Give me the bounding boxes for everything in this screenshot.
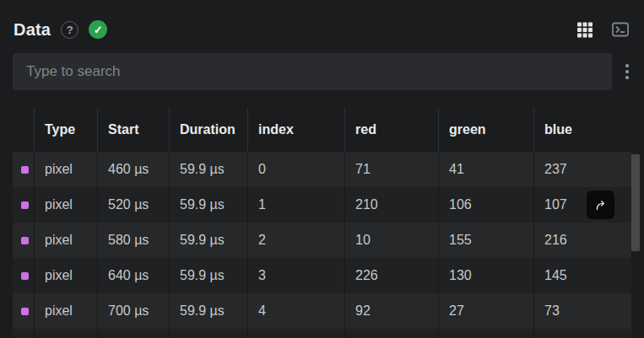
cell-type: pixel — [34, 187, 97, 223]
kebab-menu-icon[interactable] — [615, 59, 639, 84]
column-header-icon[interactable] — [13, 108, 34, 152]
cell-index: 3 — [247, 258, 344, 293]
cell-red: 226 — [344, 258, 438, 293]
cell-duration: 59.9 µs — [169, 258, 247, 293]
cell-red: 10 — [344, 223, 438, 258]
column-header-type[interactable]: Type — [34, 108, 97, 152]
terminal-icon — [610, 19, 630, 40]
scrollbar-thumb[interactable] — [631, 154, 640, 251]
column-header-index[interactable]: index — [247, 108, 344, 152]
help-icon[interactable]: ? — [61, 21, 78, 39]
cell-empty — [247, 329, 344, 338]
cell-swatch — [13, 293, 34, 329]
cell-red: 92 — [344, 293, 438, 329]
panel-header: Data ? ✓ — [0, 0, 644, 47]
title-group: Data ? ✓ — [14, 20, 107, 40]
table-body: pixel460 µs59.9 µs07141237pixel520 µs59.… — [13, 152, 640, 338]
page-title: Data — [14, 20, 51, 40]
column-header-start[interactable]: Start — [97, 108, 169, 152]
channel-swatch-icon — [21, 272, 29, 280]
cell-duration: 59.9 µs — [169, 223, 247, 258]
header-actions — [575, 19, 630, 40]
cell-empty — [533, 329, 631, 338]
cell-empty — [169, 329, 247, 338]
status-ok-check-icon: ✓ — [89, 20, 107, 39]
cell-type: pixel — [34, 223, 97, 258]
cell-blue: 107 — [533, 187, 631, 223]
table-row[interactable]: pixel520 µs59.9 µs1210106107 — [13, 187, 631, 223]
cell-red: 71 — [344, 152, 438, 187]
cell-empty — [13, 329, 34, 338]
goto-arrow-icon — [593, 196, 609, 213]
cell-index: 1 — [247, 187, 344, 223]
cell-empty — [97, 329, 169, 338]
search-input[interactable] — [13, 53, 612, 90]
cell-type: pixel — [34, 152, 97, 187]
table-header-row: TypeStartDurationindexredgreenblue — [13, 108, 631, 152]
table-row[interactable]: pixel640 µs59.9 µs3226130145 — [13, 258, 631, 293]
cell-green: 130 — [438, 258, 533, 293]
cell-empty — [34, 329, 97, 338]
channel-swatch-icon — [21, 237, 29, 244]
cell-green: 155 — [438, 223, 533, 258]
column-header-red[interactable]: red — [344, 108, 438, 152]
cell-swatch — [13, 152, 34, 187]
goto-row-button[interactable] — [587, 190, 614, 219]
cell-start: 460 µs — [97, 152, 169, 187]
channel-swatch-icon — [21, 166, 29, 174]
cell-type: pixel — [34, 258, 97, 293]
table-row-partial[interactable] — [13, 329, 631, 338]
column-header-blue[interactable]: blue — [533, 108, 631, 152]
table-row[interactable]: pixel700 µs59.9 µs4922773 — [13, 293, 631, 329]
table-row[interactable]: pixel460 µs59.9 µs07141237 — [13, 152, 631, 187]
cell-duration: 59.9 µs — [169, 187, 247, 223]
column-header-duration[interactable]: Duration — [169, 108, 247, 152]
vertical-scrollbar[interactable] — [631, 154, 640, 338]
cell-green: 41 — [438, 152, 533, 187]
cell-start: 580 µs — [97, 223, 169, 258]
channel-swatch-icon — [21, 308, 29, 315]
terminal-view-button[interactable] — [610, 19, 630, 40]
cell-start: 520 µs — [97, 187, 169, 223]
cell-empty — [438, 329, 533, 338]
cell-duration: 59.9 µs — [169, 152, 247, 187]
cell-green: 106 — [438, 187, 533, 223]
cell-green: 27 — [438, 293, 533, 329]
cell-start: 640 µs — [97, 258, 169, 293]
data-table: TypeStartDurationindexredgreenblue pixel… — [13, 108, 640, 338]
table-view-button[interactable] — [575, 19, 595, 40]
column-header-green[interactable]: green — [438, 108, 533, 152]
cell-swatch — [13, 258, 34, 293]
cell-index: 2 — [247, 223, 344, 258]
cell-index: 4 — [247, 293, 344, 329]
channel-swatch-icon — [21, 201, 29, 209]
search-row — [13, 53, 639, 90]
cell-blue: 145 — [533, 258, 631, 293]
cell-red: 210 — [344, 187, 438, 223]
cell-blue: 237 — [533, 152, 631, 187]
cell-swatch — [13, 223, 34, 258]
cell-blue: 216 — [533, 223, 631, 258]
table-grid-icon — [575, 19, 595, 40]
cell-duration: 59.9 µs — [169, 293, 247, 329]
cell-start: 700 µs — [97, 293, 169, 329]
cell-index: 0 — [247, 152, 344, 187]
cell-blue: 73 — [533, 293, 631, 329]
cell-type: pixel — [34, 293, 97, 329]
cell-swatch — [13, 187, 34, 223]
cell-empty — [344, 329, 438, 338]
table-row[interactable]: pixel580 µs59.9 µs210155216 — [13, 223, 631, 258]
